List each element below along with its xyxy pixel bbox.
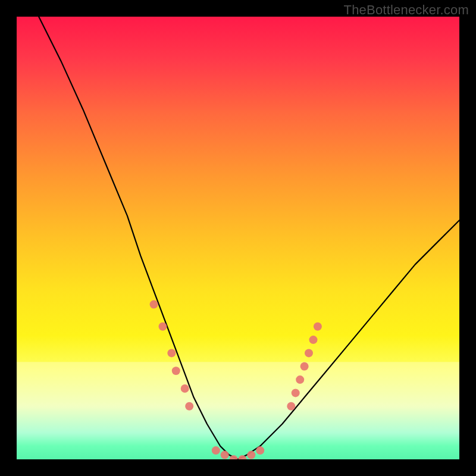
plot-area — [17, 17, 459, 459]
data-marker — [296, 375, 304, 384]
data-marker — [212, 446, 220, 455]
data-marker — [287, 402, 295, 411]
data-marker — [238, 455, 246, 459]
chart-frame: TheBottlenecker.com — [0, 0, 476, 476]
watermark-text: TheBottlenecker.com — [344, 2, 469, 18]
data-marker — [181, 384, 189, 393]
best-zone-band — [17, 362, 459, 459]
data-marker — [167, 349, 176, 357]
data-marker — [305, 349, 313, 357]
data-marker — [150, 300, 158, 309]
data-marker — [221, 451, 229, 459]
data-marker — [256, 446, 264, 455]
data-marker — [292, 389, 300, 397]
data-marker — [300, 362, 309, 371]
bottleneck-curve — [39, 17, 459, 459]
data-marker — [185, 402, 193, 411]
data-marker — [247, 451, 255, 459]
data-marker — [314, 322, 322, 331]
data-marker — [159, 322, 167, 331]
chart-svg — [17, 17, 459, 459]
data-marker — [309, 336, 318, 344]
data-marker — [230, 455, 238, 459]
data-marker — [172, 367, 180, 375]
